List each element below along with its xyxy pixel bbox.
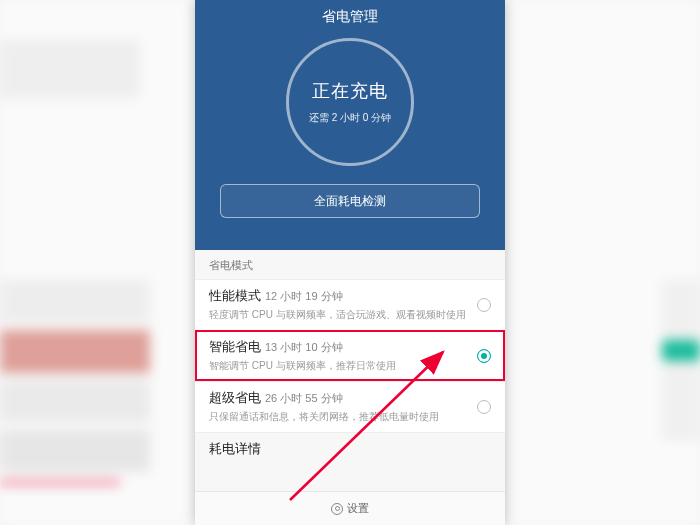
consumption-label: 耗电详情 xyxy=(209,442,261,456)
mode-list: 省电模式 性能模式12 小时 19 分钟 轻度调节 CPU 与联网频率，适合玩游… xyxy=(195,250,505,491)
mode-name: 超级省电 xyxy=(209,391,261,405)
mode-time: 13 小时 10 分钟 xyxy=(265,341,343,353)
mode-desc: 只保留通话和信息，将关闭网络，推荐低电量时使用 xyxy=(209,410,469,424)
footer-bar[interactable]: 设置 xyxy=(195,491,505,525)
page-title: 省电管理 xyxy=(195,0,505,32)
mode-row-ultra[interactable]: 超级省电26 小时 55 分钟 只保留通话和信息，将关闭网络，推荐低电量时使用 xyxy=(195,381,505,432)
mode-row-smart[interactable]: 智能省电13 小时 10 分钟 智能调节 CPU 与联网频率，推荐日常使用 xyxy=(195,330,505,381)
consumption-detail-row[interactable]: 耗电详情 xyxy=(195,432,505,466)
hero-section: 省电管理 正在充电 还需 2 小时 0 分钟 全面耗电检测 xyxy=(195,0,505,250)
mode-desc: 轻度调节 CPU 与联网频率，适合玩游戏、观看视频时使用 xyxy=(209,308,469,322)
mode-name: 性能模式 xyxy=(209,289,261,303)
time-remaining: 还需 2 小时 0 分钟 xyxy=(309,111,391,125)
mode-time: 12 小时 19 分钟 xyxy=(265,290,343,302)
footer-label: 设置 xyxy=(347,501,369,516)
mode-row-performance[interactable]: 性能模式12 小时 19 分钟 轻度调节 CPU 与联网频率，适合玩游戏、观看视… xyxy=(195,279,505,330)
charging-status: 正在充电 xyxy=(312,79,388,103)
battery-ring: 正在充电 还需 2 小时 0 分钟 xyxy=(286,38,414,166)
gear-icon xyxy=(331,503,343,515)
radio-icon xyxy=(477,349,491,363)
radio-icon xyxy=(477,400,491,414)
full-detect-label: 全面耗电检测 xyxy=(314,193,386,210)
radio-icon xyxy=(477,298,491,312)
mode-desc: 智能调节 CPU 与联网频率，推荐日常使用 xyxy=(209,359,469,373)
mode-time: 26 小时 55 分钟 xyxy=(265,392,343,404)
full-detect-button[interactable]: 全面耗电检测 xyxy=(220,184,480,218)
mode-name: 智能省电 xyxy=(209,340,261,354)
phone-frame: 省电管理 正在充电 还需 2 小时 0 分钟 全面耗电检测 省电模式 性能模式1… xyxy=(195,0,505,525)
section-label-modes: 省电模式 xyxy=(195,250,505,279)
